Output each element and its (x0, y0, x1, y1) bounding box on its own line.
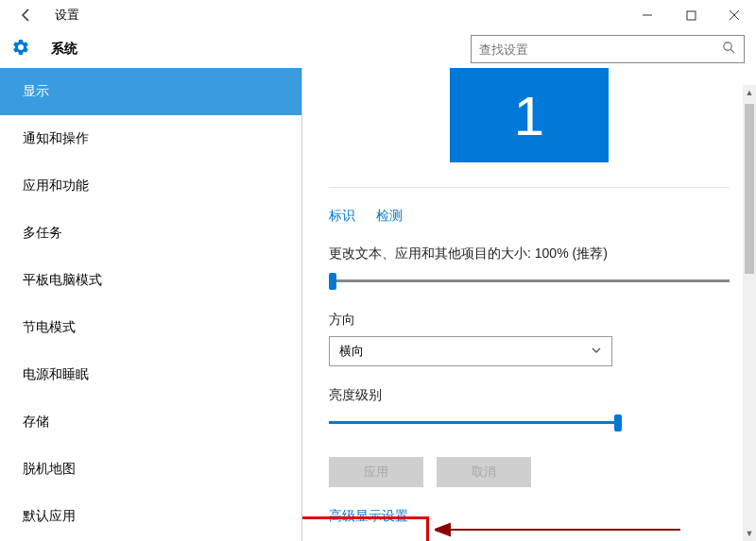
sidebar-item-multitask[interactable]: 多任务 (0, 210, 301, 257)
apply-button: 应用 (329, 457, 423, 487)
sidebar-item-label: 多任务 (23, 225, 62, 242)
sidebar-item-label: 平板电脑模式 (23, 272, 102, 289)
sidebar-item-storage[interactable]: 存储 (0, 398, 301, 446)
sidebar-item-label: 默认应用 (23, 508, 76, 525)
sidebar-item-label: 通知和操作 (23, 130, 89, 147)
orientation-value: 横向 (339, 343, 364, 360)
sidebar-item-battery[interactable]: 节电模式 (0, 304, 301, 351)
sidebar-item-label: 应用和功能 (23, 178, 89, 194)
annotation-highlight (302, 516, 429, 541)
brightness-label: 亮度级别 (329, 387, 730, 404)
orientation-select[interactable]: 横向 (329, 336, 612, 366)
svg-point-2 (724, 42, 731, 49)
sidebar-item-label: 显示 (23, 83, 49, 100)
scroll-down-icon[interactable]: ▼ (743, 526, 756, 541)
sidebar-item-label: 节电模式 (23, 319, 76, 336)
scrollbar-thumb[interactable] (745, 104, 754, 274)
monitor-number: 1 (514, 84, 544, 147)
brightness-slider[interactable] (329, 414, 622, 432)
search-box[interactable] (471, 35, 745, 63)
search-input[interactable] (479, 42, 722, 57)
maximize-button[interactable] (669, 0, 713, 30)
svg-marker-5 (435, 524, 450, 535)
close-button[interactable] (713, 0, 756, 30)
scroll-up-icon[interactable]: ▲ (743, 85, 756, 100)
gear-icon (11, 38, 30, 60)
minimize-button[interactable] (626, 0, 669, 30)
identify-link[interactable]: 标识 (329, 208, 355, 223)
sidebar-item-power[interactable]: 电源和睡眠 (0, 351, 301, 398)
chevron-down-icon (591, 345, 602, 359)
search-icon (722, 41, 736, 59)
sidebar-item-default-apps[interactable]: 默认应用 (0, 493, 301, 540)
monitor-preview[interactable]: 1 (450, 68, 609, 162)
sidebar-item-apps[interactable]: 应用和功能 (0, 162, 301, 210)
sidebar-item-label: 存储 (23, 414, 49, 431)
back-button[interactable] (11, 0, 42, 30)
scale-slider[interactable] (329, 272, 730, 291)
section-title: 系统 (51, 41, 77, 58)
sidebar-item-label: 电源和睡眠 (23, 366, 89, 383)
svg-line-3 (730, 49, 734, 53)
sidebar-item-label: 脱机地图 (23, 461, 76, 478)
scrollbar-vertical[interactable]: ▲ ▼ (743, 85, 756, 541)
sidebar-item-tablet[interactable]: 平板电脑模式 (0, 257, 301, 304)
detect-link[interactable]: 检测 (376, 208, 403, 223)
orientation-label: 方向 (329, 312, 730, 329)
sidebar: 显示 通知和操作 应用和功能 多任务 平板电脑模式 节电模式 电源和睡眠 存储 … (0, 68, 302, 541)
cancel-button: 取消 (437, 457, 531, 487)
scale-label: 更改文本、应用和其他项目的大小: 100% (推荐) (329, 245, 730, 262)
sidebar-item-display[interactable]: 显示 (0, 68, 301, 115)
window-title: 设置 (55, 7, 79, 24)
sidebar-item-maps[interactable]: 脱机地图 (0, 446, 301, 493)
svg-rect-1 (687, 11, 696, 20)
sidebar-item-notifications[interactable]: 通知和操作 (0, 115, 301, 162)
content-area: 1 标识 检测 更改文本、应用和其他项目的大小: 100% (推荐) 方向 横向… (302, 68, 756, 541)
annotation-arrow (435, 520, 680, 539)
